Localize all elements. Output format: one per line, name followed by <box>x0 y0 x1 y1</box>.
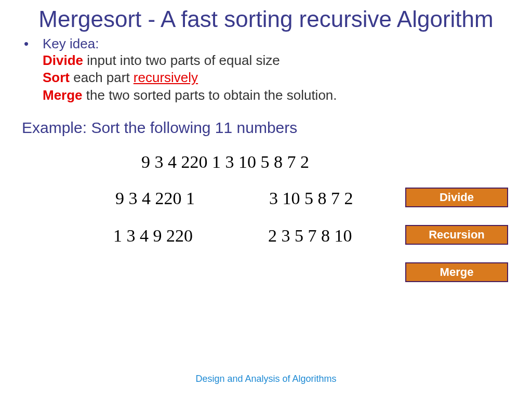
key-idea-lines: Divide input into two parts of equal siz… <box>43 52 532 104</box>
line-merge: Merge the two sorted parts to obtain the… <box>43 87 532 104</box>
keyword-sort: Sort <box>43 70 70 85</box>
numbers-recursion-left: 1 3 4 9 220 <box>113 226 193 246</box>
keyword-divide: Divide <box>43 52 83 68</box>
example-heading: Example: Sort the following 11 numbers <box>22 119 532 137</box>
bullet-dot-icon: • <box>24 36 43 52</box>
step-recursion-box: Recursion <box>405 225 508 245</box>
step-divide-box: Divide <box>405 188 508 207</box>
numbers-divide-left: 9 3 4 220 1 <box>115 189 195 208</box>
footer-text: Design and Analysis of Algorithms <box>0 374 532 384</box>
line-sort-mid: each part <box>70 70 134 85</box>
line-divide-rest: input into two parts of equal size <box>83 52 280 68</box>
line-divide: Divide input into two parts of equal siz… <box>43 52 532 70</box>
slide-title: Mergesort - A fast sorting recursive Alg… <box>0 0 532 33</box>
numbers-full: 9 3 4 220 1 3 10 5 8 7 2 <box>141 152 309 172</box>
keyword-recursively: recursively <box>134 70 198 85</box>
step-merge-box: Merge <box>405 262 508 282</box>
key-idea-label: Key idea: <box>43 36 99 52</box>
line-sort: Sort each part recursively <box>43 69 532 87</box>
numbers-divide-right: 3 10 5 8 7 2 <box>269 189 353 208</box>
numbers-recursion-right: 2 3 5 7 8 10 <box>268 226 352 246</box>
keyword-merge: Merge <box>43 87 83 103</box>
key-idea-block: • Key idea: <box>24 36 532 52</box>
line-merge-rest: the two sorted parts to obtain the solut… <box>83 87 337 103</box>
